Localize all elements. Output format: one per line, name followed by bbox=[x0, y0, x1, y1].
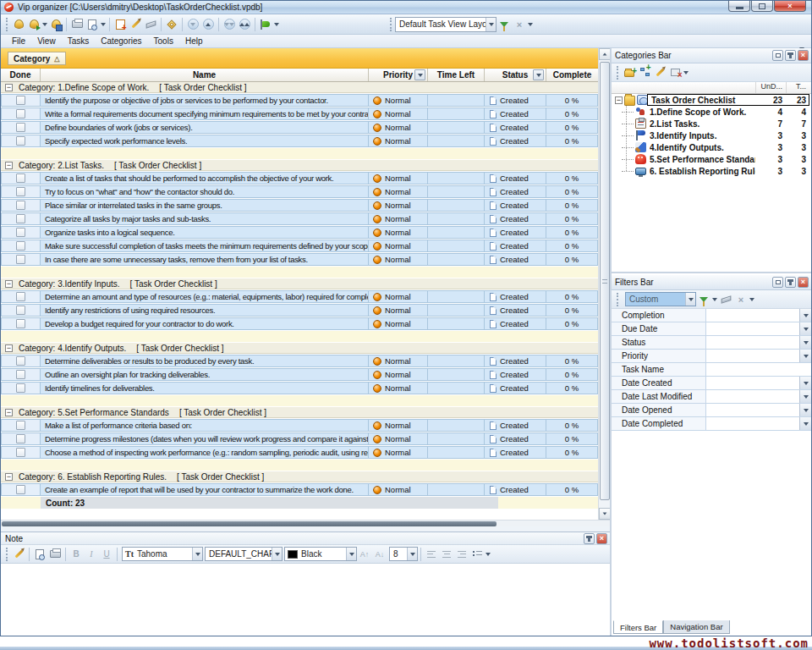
remove-filter-button[interactable]: × bbox=[733, 292, 749, 307]
vertical-scrollbar[interactable] bbox=[598, 48, 610, 520]
move-up-button[interactable] bbox=[200, 17, 216, 32]
column-header-done[interactable]: Done bbox=[1, 69, 41, 81]
font-combo-dropdown-icon[interactable] bbox=[192, 548, 202, 560]
task-row[interactable]: Define boundaries of work (jobs or servi… bbox=[1, 121, 598, 134]
toolbar-grip[interactable] bbox=[6, 18, 8, 31]
category-group-row[interactable]: −Category: 2.List Tasks.[ Task Order Che… bbox=[1, 160, 598, 171]
tree-item[interactable]: 6. Establish Reporting Rules.33 bbox=[612, 165, 811, 177]
task-checkbox[interactable] bbox=[16, 187, 25, 196]
grow-font-button[interactable]: A↑ bbox=[357, 547, 372, 562]
title-bar[interactable]: Vip organizer [C:\Users\dmitry\Desktop\T… bbox=[1, 1, 811, 14]
task-checkbox[interactable] bbox=[16, 201, 25, 210]
category-group-row[interactable]: −Category: 1.Define Scope of Work.[ Task… bbox=[1, 82, 598, 93]
menu-categories[interactable]: Categories bbox=[95, 35, 147, 47]
char-style-dropdown-icon[interactable] bbox=[272, 548, 282, 560]
task-checkbox[interactable] bbox=[16, 136, 25, 146]
filter-value-field[interactable] bbox=[706, 336, 799, 349]
font-color-dropdown-icon[interactable] bbox=[346, 548, 356, 560]
task-checkbox[interactable] bbox=[16, 214, 25, 223]
complete-task-button[interactable] bbox=[258, 17, 273, 32]
categories-pin-button[interactable] bbox=[785, 50, 796, 61]
note-pin-button[interactable] bbox=[584, 533, 595, 544]
task-row[interactable]: Determine progress milestones (dates whe… bbox=[1, 432, 598, 445]
filter-dropdown-icon[interactable] bbox=[799, 417, 811, 430]
task-row[interactable]: Categorize all tasks by major tasks and … bbox=[1, 212, 598, 225]
note-print-preview-button[interactable] bbox=[32, 547, 47, 562]
task-row[interactable]: Place similar or interrelated tasks in t… bbox=[1, 199, 598, 212]
delete-layout-button[interactable]: × bbox=[512, 17, 527, 32]
move-bottom-button[interactable] bbox=[222, 17, 237, 32]
task-checkbox[interactable] bbox=[16, 356, 25, 366]
filter-dropdown-icon[interactable] bbox=[799, 350, 811, 362]
task-row[interactable]: Make a list of performance criteria base… bbox=[1, 419, 598, 432]
open-dropdown-icon[interactable] bbox=[41, 23, 48, 26]
tree-root-item[interactable]: −Task Order Checklist2323 bbox=[612, 94, 811, 106]
tree-item[interactable]: 3.Identify Inputs.33 bbox=[612, 129, 811, 141]
filter-dropdown-icon[interactable] bbox=[799, 404, 811, 416]
category-group-row[interactable]: −Category: 3.Identify Inputs.[ Task Orde… bbox=[1, 278, 598, 289]
font-size-combo[interactable]: 8 bbox=[389, 547, 418, 561]
toolbar-grip[interactable] bbox=[617, 293, 619, 306]
menu-file[interactable]: File bbox=[6, 35, 31, 47]
bold-button[interactable]: B bbox=[69, 547, 84, 562]
collapse-icon[interactable]: − bbox=[5, 84, 13, 91]
tree-item[interactable]: 1.Define Scope of Work.44 bbox=[612, 106, 811, 118]
char-style-combo[interactable]: DEFAULT_CHAR bbox=[205, 547, 283, 561]
task-row[interactable]: Identify any restrictions of using requi… bbox=[1, 304, 598, 317]
categories-restore-button[interactable] bbox=[772, 50, 783, 61]
filters-toolbar-overflow-icon[interactable] bbox=[749, 298, 755, 301]
edit-task-button[interactable] bbox=[128, 17, 143, 32]
collapse-icon[interactable]: − bbox=[5, 162, 13, 169]
task-row[interactable]: Specify expected work performance levels… bbox=[1, 135, 598, 147]
font-color-combo[interactable]: Black bbox=[284, 547, 357, 561]
task-checkbox[interactable] bbox=[16, 174, 25, 183]
priority-filter-dropdown-icon[interactable] bbox=[414, 69, 425, 80]
task-row[interactable]: Determine deliverables or results to be … bbox=[1, 355, 598, 367]
task-row[interactable]: Identify the purpose or objective of job… bbox=[1, 94, 598, 107]
task-row[interactable]: In case there are some unnecessary tasks… bbox=[1, 253, 598, 266]
toolbar-grip[interactable] bbox=[390, 18, 392, 31]
save-database-button[interactable] bbox=[48, 17, 63, 32]
task-row[interactable]: Create a list of tasks that should be pe… bbox=[1, 172, 598, 185]
align-left-button[interactable] bbox=[424, 547, 439, 562]
task-checkbox[interactable] bbox=[16, 123, 25, 132]
filters-restore-button[interactable] bbox=[772, 277, 783, 288]
task-checkbox[interactable] bbox=[16, 292, 25, 301]
category-group-row[interactable]: −Category: 4.Identify Outputs.[ Task Ord… bbox=[1, 343, 598, 354]
filter-value-field[interactable] bbox=[706, 363, 811, 376]
edit-category-button[interactable] bbox=[652, 65, 667, 80]
filter-dropdown-icon[interactable] bbox=[799, 377, 811, 389]
delete-task-button[interactable] bbox=[143, 17, 158, 32]
task-checkbox[interactable] bbox=[16, 370, 25, 379]
horizontal-scrollbar-thumb[interactable] bbox=[2, 521, 497, 526]
filter-preset-dropdown-icon[interactable] bbox=[685, 293, 695, 306]
filter-dropdown-icon[interactable] bbox=[799, 322, 811, 335]
task-row[interactable]: Choose a method of inspecting work perfo… bbox=[1, 446, 598, 459]
filter-dropdown-icon[interactable] bbox=[799, 309, 811, 322]
filter-preset-combo[interactable]: Custom bbox=[625, 292, 696, 306]
column-header-name[interactable]: Name bbox=[41, 69, 369, 81]
new-category-button[interactable] bbox=[622, 65, 637, 80]
category-group-row[interactable]: −Category: 6. Establish Reporting Rules.… bbox=[1, 471, 598, 482]
filter-value-field[interactable] bbox=[706, 390, 799, 403]
layout-combo[interactable]: Default Task View Layout bbox=[395, 17, 497, 32]
tree-item[interactable]: 5.Set Performance Standards33 bbox=[612, 153, 811, 165]
tag-button[interactable] bbox=[164, 17, 179, 32]
note-toolbar-overflow-icon[interactable] bbox=[485, 553, 491, 556]
task-checkbox[interactable] bbox=[16, 485, 25, 494]
task-row[interactable]: Identify timelines for deliverables.Norm… bbox=[1, 382, 598, 394]
clear-filter-button[interactable] bbox=[718, 292, 733, 307]
column-header-complete[interactable]: Complete bbox=[546, 69, 598, 81]
font-size-dropdown-icon[interactable] bbox=[407, 548, 417, 560]
task-checkbox[interactable] bbox=[16, 255, 25, 264]
filter-value-field[interactable] bbox=[706, 377, 799, 389]
filters-close-button[interactable]: × bbox=[798, 277, 809, 288]
collapse-icon[interactable]: − bbox=[5, 344, 13, 352]
categories-toolbar-overflow-icon[interactable] bbox=[683, 71, 689, 74]
layout-combo-dropdown-icon[interactable] bbox=[486, 18, 496, 31]
task-row[interactable]: Organize tasks into a logical sequence.N… bbox=[1, 226, 598, 239]
note-editor[interactable] bbox=[1, 565, 610, 636]
menu-help[interactable]: Help bbox=[179, 35, 209, 47]
note-print-button[interactable] bbox=[47, 547, 63, 562]
align-center-button[interactable] bbox=[439, 547, 454, 562]
